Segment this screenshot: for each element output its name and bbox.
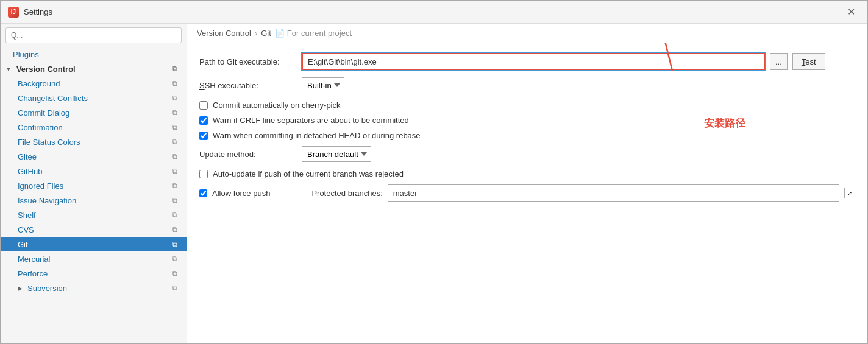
settings-window: IJ Settings ✕ Plugins ▼ Version Control … xyxy=(0,0,868,344)
page-icon-ignored: ⧉ xyxy=(169,181,179,191)
breadcrumb-git: Git xyxy=(261,29,271,38)
mercurial-label: Mercurial xyxy=(18,254,50,264)
project-file-icon: 📄 xyxy=(275,29,285,38)
perforce-label: Perforce xyxy=(18,269,48,278)
force-push-label: Allow force push xyxy=(212,189,270,198)
auto-update-checkbox-row: Auto-update if push of the current branc… xyxy=(199,169,855,178)
github-label: GitHub xyxy=(18,167,42,176)
page-icon: ⧉ xyxy=(169,64,179,74)
ssh-row: SSH executable: Built-in Native xyxy=(199,77,855,93)
titlebar: IJ Settings ✕ xyxy=(1,1,867,24)
sidebar-item-changelist-conflicts[interactable]: Changelist Conflicts ⧉ xyxy=(1,91,187,105)
page-icon-shelf: ⧉ xyxy=(169,210,179,220)
page-icon-confirmation: ⧉ xyxy=(169,122,179,132)
sidebar-item-issue-navigation[interactable]: Issue Navigation ⧉ xyxy=(1,193,187,208)
force-push-row: Allow force push Protected branches: ⤢ xyxy=(199,184,855,202)
for-current-project-label: For current project xyxy=(287,29,352,38)
gitee-label: Gitee xyxy=(18,152,37,161)
sidebar-item-plugins[interactable]: Plugins xyxy=(1,47,187,61)
commit-dialog-label: Commit Dialog xyxy=(18,108,69,118)
sidebar-item-git[interactable]: Git ⧉ xyxy=(1,237,187,251)
browse-button[interactable]: ... xyxy=(770,53,788,70)
changelist-label: Changelist Conflicts xyxy=(18,94,88,103)
cherry-pick-checkbox[interactable] xyxy=(199,101,208,110)
detached-head-checkbox-row: Warn when committing in detached HEAD or… xyxy=(199,131,855,140)
issue-nav-label: Issue Navigation xyxy=(18,196,76,205)
page-icon-file-status: ⧉ xyxy=(169,137,179,147)
background-label: Background xyxy=(18,79,60,88)
sidebar-item-github[interactable]: GitHub ⧉ xyxy=(1,164,187,178)
main-panel: Version Control › Git 📄 For current proj… xyxy=(187,24,867,343)
cherry-pick-checkbox-row: Commit automatically on cherry-pick xyxy=(199,100,855,110)
sidebar-item-commit-dialog[interactable]: Commit Dialog ⧉ xyxy=(1,105,187,120)
main-content: Plugins ▼ Version Control ⧉ Background ⧉… xyxy=(1,24,867,343)
force-push-checkbox[interactable] xyxy=(199,189,207,197)
protected-branches-label: Protected branches: xyxy=(311,189,382,198)
expand-protected-button[interactable]: ⤢ xyxy=(844,188,855,198)
expand-chevron: ▼ xyxy=(5,66,12,72)
ssh-select[interactable]: Built-in Native xyxy=(302,77,344,93)
close-button[interactable]: ✕ xyxy=(842,4,860,20)
git-label: Git xyxy=(18,240,28,249)
app-icon: IJ xyxy=(8,7,19,18)
breadcrumb: Version Control › Git 📄 For current proj… xyxy=(187,24,867,43)
auto-update-checkbox[interactable] xyxy=(199,170,208,178)
crlf-label: Warn if CRLF line separators are about t… xyxy=(213,116,409,125)
cvs-label: CVS xyxy=(18,225,34,234)
breadcrumb-version-control: Version Control xyxy=(197,29,251,38)
settings-panel: Path to Git executable: ... Test SSH exe… xyxy=(187,43,867,343)
crlf-checkbox-row: Warn if CRLF line separators are about t… xyxy=(199,116,855,125)
sidebar-item-perforce[interactable]: Perforce ⧉ xyxy=(1,266,187,281)
breadcrumb-separator: › xyxy=(255,29,257,38)
page-icon-commit: ⧉ xyxy=(169,108,179,118)
page-icon-gitee: ⧉ xyxy=(169,152,179,161)
shelf-label: Shelf xyxy=(18,211,36,220)
cherry-pick-label: Commit automatically on cherry-pick xyxy=(213,100,341,110)
sidebar-item-shelf[interactable]: Shelf ⧉ xyxy=(1,208,187,222)
sidebar-item-cvs[interactable]: CVS ⧉ xyxy=(1,222,187,237)
subversion-chevron: ▶ xyxy=(18,285,23,292)
sidebar-item-mercurial[interactable]: Mercurial ⧉ xyxy=(1,251,187,266)
page-icon-cvs: ⧉ xyxy=(169,225,179,234)
page-icon-github: ⧉ xyxy=(169,166,179,176)
plugins-label: Plugins xyxy=(13,50,39,59)
detached-head-label: Warn when committing in detached HEAD or… xyxy=(213,131,421,140)
page-icon-background: ⧉ xyxy=(169,79,179,88)
sidebar-item-ignored-files[interactable]: Ignored Files ⧉ xyxy=(1,178,187,193)
sidebar-item-file-status-colors[interactable]: File Status Colors ⧉ xyxy=(1,135,187,149)
subversion-label: Subversion xyxy=(27,284,67,293)
sidebar-item-subversion[interactable]: ▶ Subversion ⧉ xyxy=(1,281,187,295)
update-method-select[interactable]: Branch default Merge Rebase xyxy=(302,146,371,162)
ssh-label: SSH executable: xyxy=(199,81,297,90)
auto-update-label: Auto-update if push of the current branc… xyxy=(213,169,404,178)
page-icon-perforce: ⧉ xyxy=(169,269,179,278)
page-icon-mercurial: ⧉ xyxy=(169,254,179,264)
git-path-row: Path to Git executable: ... Test xyxy=(199,53,855,70)
page-icon-subversion: ⧉ xyxy=(169,283,179,293)
search-input[interactable] xyxy=(5,27,182,43)
page-icon-git: ⧉ xyxy=(169,239,179,249)
ignored-files-label: Ignored Files xyxy=(18,181,63,191)
sidebar-item-background[interactable]: Background ⧉ xyxy=(1,76,187,91)
breadcrumb-project: 📄 For current project xyxy=(275,29,352,38)
file-status-label: File Status Colors xyxy=(18,138,80,147)
search-box xyxy=(1,24,187,47)
confirmation-label: Confirmation xyxy=(18,123,63,132)
protected-branches-input[interactable] xyxy=(388,184,839,202)
git-path-label: Path to Git executable: xyxy=(199,57,297,66)
test-button[interactable]: Test xyxy=(792,53,825,70)
sidebar-item-gitee[interactable]: Gitee ⧉ xyxy=(1,149,187,164)
update-method-row: Update method: Branch default Merge Reba… xyxy=(199,146,855,162)
update-method-label: Update method: xyxy=(199,150,297,159)
sidebar: Plugins ▼ Version Control ⧉ Background ⧉… xyxy=(1,24,187,343)
detached-head-checkbox[interactable] xyxy=(199,132,208,140)
sidebar-item-version-control[interactable]: ▼ Version Control ⧉ xyxy=(1,61,187,76)
test-label: Test xyxy=(802,57,816,66)
page-icon-changelist: ⧉ xyxy=(169,93,179,103)
crlf-checkbox[interactable] xyxy=(199,116,208,125)
page-icon-issue: ⧉ xyxy=(169,195,179,205)
window-title: Settings xyxy=(24,7,842,16)
git-path-input[interactable] xyxy=(302,53,765,70)
version-control-label: Version Control xyxy=(16,65,76,74)
sidebar-item-confirmation[interactable]: Confirmation ⧉ xyxy=(1,120,187,135)
